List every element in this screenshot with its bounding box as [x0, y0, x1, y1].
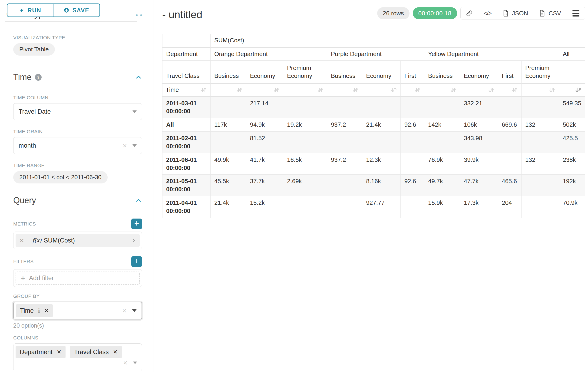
time-dimension-label: Time	[166, 86, 179, 94]
time-column-label: TIME COLUMN	[13, 95, 142, 100]
sort-unsorted-icon	[236, 86, 243, 94]
sort-unsorted-icon	[390, 86, 397, 94]
expand-metric-icon[interactable]	[127, 234, 140, 247]
remove-metric-icon[interactable]: ×	[16, 234, 28, 247]
row-count-badge: 26 rows	[377, 7, 410, 19]
pivot-cell	[283, 196, 327, 218]
lightning-icon	[19, 7, 24, 13]
pivot-cell	[401, 97, 424, 118]
sort-header[interactable]	[246, 84, 283, 97]
pivot-cell	[522, 132, 559, 153]
sort-header[interactable]	[460, 84, 498, 97]
group-by-tag-time: Time i ✕	[16, 304, 53, 317]
copy-link-button[interactable]	[461, 7, 478, 20]
sort-header[interactable]	[327, 84, 363, 97]
metric-header: SUM(Cost)	[210, 34, 585, 48]
query-section-title: Query	[13, 196, 36, 205]
pivot-cell: 49.7k	[424, 175, 460, 196]
pivot-cell: 94.9k	[246, 118, 283, 132]
pivot-row-label: 2011-05-01 00:00:00	[162, 175, 210, 196]
menu-button[interactable]	[567, 7, 585, 20]
view-query-button[interactable]: </>	[478, 7, 497, 20]
section-chevron-clipped	[136, 14, 137, 16]
pivot-cell: 204	[498, 196, 522, 218]
pivot-cell: 92.6	[401, 118, 424, 132]
add-filter-plus-button[interactable]: +	[131, 256, 142, 267]
pivot-cell: 70.9k	[559, 196, 585, 218]
link-icon	[466, 10, 472, 17]
pivot-data-row: 2011-04-01 00:00:0021.4k15.2k927.7715.9k…	[162, 196, 585, 218]
metrics-label: METRICS	[13, 221, 36, 227]
pivot-row-label: 2011-02-01 00:00:00	[162, 132, 210, 153]
chevron-up-icon[interactable]	[135, 74, 142, 81]
pivot-cell: 927.77	[362, 196, 400, 218]
export-csv-button[interactable]: .CSV	[534, 7, 567, 20]
clear-icon[interactable]: ×	[123, 142, 127, 149]
chart-header-actions: 26 rows 00:00:00.18 </> .JSON .CSV	[377, 7, 585, 20]
save-button[interactable]: SAVE	[53, 3, 100, 17]
pivot-data-row: All117k94.9k19.2k937.221.4k92.6142k106k6…	[162, 118, 585, 132]
sort-header[interactable]	[401, 84, 424, 97]
add-filter-placeholder: Add filter	[29, 275, 54, 282]
visualization-type-pill[interactable]: Pivot Table	[13, 43, 55, 55]
pivot-cell: 92.6	[401, 175, 424, 196]
sort-header[interactable]	[283, 84, 327, 97]
pivot-table: SUM(Cost)DepartmentOrange DepartmentPurp…	[162, 34, 585, 218]
sort-header[interactable]	[498, 84, 522, 97]
sort-header[interactable]	[522, 84, 559, 97]
pivot-cell: 76.9k	[424, 153, 460, 175]
sort-header[interactable]	[559, 84, 585, 97]
remove-tag-icon[interactable]: ✕	[113, 349, 118, 355]
chart-controls-sidebar: Chart Type RUN SAVE VISUALIZATION TYPE P…	[0, 0, 153, 372]
sort-header-time[interactable]: Time	[162, 84, 210, 97]
run-button[interactable]: RUN	[7, 3, 53, 17]
pivot-cell	[498, 132, 522, 153]
divider	[13, 86, 142, 86]
pivot-cell	[327, 132, 363, 153]
time-column-select[interactable]: Travel Date	[13, 103, 142, 120]
pivot-cell: 45.5k	[210, 175, 246, 196]
add-metric-button[interactable]: +	[131, 219, 142, 229]
row-dimension-label: Travel Class	[162, 61, 210, 84]
column-header: Business	[327, 61, 363, 84]
column-info-icon: i	[38, 307, 40, 314]
time-range-pill[interactable]: 2011-01-01 ≤ col < 2011-06-30	[13, 171, 108, 183]
chevron-down-icon	[133, 144, 137, 147]
metric-chip[interactable]: × ƒ(x) SUM(Cost)	[16, 234, 140, 247]
filters-control: + Add filter	[13, 269, 142, 287]
add-filter-button[interactable]: + Add filter	[16, 272, 140, 285]
chevron-up-icon[interactable]	[135, 197, 142, 204]
columns-select[interactable]: Department ✕ Travel Class ✕ ×	[13, 343, 142, 371]
remove-tag-icon[interactable]: ✕	[57, 349, 61, 355]
pivot-cell: 17.3k	[460, 196, 498, 218]
sort-header[interactable]	[362, 84, 400, 97]
pivot-cell: 502k	[559, 118, 585, 132]
group-by-select[interactable]: Time i ✕ ×	[13, 302, 142, 319]
sort-unsorted-icon	[511, 86, 518, 94]
sort-header[interactable]	[210, 84, 246, 97]
run-save-button-group: RUN SAVE	[7, 3, 100, 17]
pivot-cell: 106k	[460, 118, 498, 132]
pivot-cell	[362, 132, 400, 153]
chevron-down-icon	[132, 309, 137, 312]
column-header: Premium Economy	[283, 61, 327, 84]
pivot-cell	[362, 97, 400, 118]
pivot-cell	[327, 196, 363, 218]
pivot-cell: 15.2k	[246, 196, 283, 218]
time-grain-value: month	[19, 142, 123, 149]
column-header: Business	[424, 61, 460, 84]
pivot-cell: 49.9k	[210, 153, 246, 175]
sort-header[interactable]	[424, 84, 460, 97]
time-grain-select[interactable]: month ×	[13, 137, 142, 154]
pivot-cell	[424, 97, 460, 118]
export-json-button[interactable]: .JSON	[497, 7, 534, 20]
pivot-row-label: 2011-03-01 00:00:00	[162, 97, 210, 118]
group-by-label: GROUP BY	[13, 293, 142, 299]
pivot-cell	[283, 132, 327, 153]
column-header: Economy	[246, 61, 283, 84]
clear-icon[interactable]: ×	[123, 359, 127, 366]
column-group-header: Orange Department	[210, 48, 327, 61]
remove-tag-icon[interactable]: ✕	[44, 307, 49, 314]
pivot-data-row: 2011-03-01 00:00:00217.14332.21549.35	[162, 97, 585, 118]
clear-icon[interactable]: ×	[122, 307, 126, 314]
